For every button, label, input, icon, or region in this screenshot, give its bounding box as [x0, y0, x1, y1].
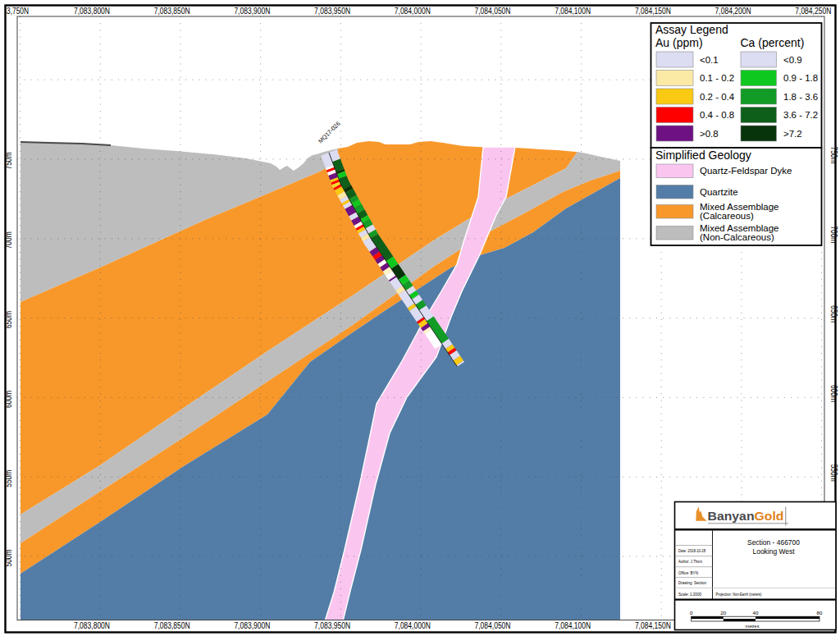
svg-text:700m: 700m: [829, 226, 838, 243]
svg-text:7,084,000N: 7,084,000N: [395, 7, 431, 16]
svg-text:750m: 750m: [4, 153, 13, 170]
svg-text:7,084,000N: 7,084,000N: [395, 621, 431, 630]
svg-text:7,083,950N: 7,083,950N: [314, 7, 350, 16]
svg-text:7,083,800N: 7,083,800N: [74, 7, 110, 16]
svg-text:(Non-Calcareous): (Non-Calcareous): [700, 232, 774, 242]
svg-text:Assay Legend: Assay Legend: [655, 23, 728, 36]
svg-text:7,083,900N: 7,083,900N: [234, 621, 270, 630]
svg-text:7,084,150N: 7,084,150N: [635, 621, 671, 630]
svg-text:Looking West: Looking West: [753, 547, 795, 556]
svg-text:7,084,200N: 7,084,200N: [715, 7, 751, 16]
svg-text:Section - 466700: Section - 466700: [747, 538, 800, 547]
svg-text:Scale: 1:2000: Scale: 1:2000: [678, 592, 701, 597]
svg-text:>0.8: >0.8: [700, 129, 719, 139]
svg-text:BanyanGold: BanyanGold: [708, 510, 784, 523]
svg-text:3.6 - 7.2: 3.6 - 7.2: [783, 110, 818, 120]
svg-text:7,084,250N: 7,084,250N: [795, 7, 831, 16]
svg-text:Office: BYN: Office: BYN: [678, 570, 698, 575]
svg-text:1.8 - 3.6: 1.8 - 3.6: [783, 92, 818, 102]
svg-text:7,083,950N: 7,083,950N: [314, 621, 350, 630]
svg-text:<0.1: <0.1: [700, 55, 719, 65]
svg-text:0.1 - 0.2: 0.1 - 0.2: [700, 73, 734, 83]
svg-text:600m: 600m: [829, 385, 838, 402]
svg-text:Simplified Geology: Simplified Geology: [655, 149, 751, 162]
svg-text:550m: 550m: [4, 470, 13, 487]
svg-text:>7.2: >7.2: [783, 129, 802, 139]
svg-text:(Calcareous): (Calcareous): [700, 211, 754, 221]
svg-text:Drawing: Section: Drawing: Section: [678, 580, 706, 585]
svg-text:700m: 700m: [4, 231, 13, 249]
svg-text:7,084,100N: 7,084,100N: [555, 7, 591, 16]
svg-text:7,084,150N: 7,084,150N: [635, 7, 671, 16]
svg-text:metres: metres: [746, 623, 760, 629]
svg-text:7,083,800N: 7,083,800N: [74, 621, 110, 630]
svg-text:Ca (percent): Ca (percent): [741, 36, 805, 49]
svg-text:750m: 750m: [829, 147, 838, 164]
svg-text:Date: 2018-10-28: Date: 2018-10-28: [678, 548, 705, 553]
svg-text:7,083,900N: 7,083,900N: [234, 7, 270, 16]
svg-text:600m: 600m: [4, 391, 13, 408]
svg-text:7,084,050N: 7,084,050N: [475, 621, 511, 630]
svg-text:Au (ppm): Au (ppm): [655, 36, 703, 49]
svg-text:7,083,850N: 7,083,850N: [154, 621, 190, 630]
svg-text:40: 40: [753, 610, 759, 615]
svg-text:550m: 550m: [829, 464, 838, 482]
svg-text:0.9 - 1.8: 0.9 - 1.8: [783, 73, 818, 83]
svg-text:650m: 650m: [4, 311, 13, 328]
svg-text:20: 20: [720, 610, 726, 615]
svg-text:Quartz-Feldspar Dyke: Quartz-Feldspar Dyke: [700, 166, 792, 176]
svg-text:7,083,850N: 7,083,850N: [154, 7, 190, 16]
svg-text:Quartzite: Quartzite: [700, 187, 738, 197]
svg-text:3,750N: 3,750N: [7, 7, 29, 16]
svg-text:Author: J.Thom: Author: J.Thom: [678, 559, 702, 564]
svg-text:500m: 500m: [4, 550, 13, 567]
svg-text:0: 0: [690, 610, 693, 615]
svg-text:0.2 - 0.4: 0.2 - 0.4: [700, 92, 735, 102]
svg-text:7,084,100N: 7,084,100N: [555, 621, 591, 630]
svg-text:80: 80: [817, 610, 823, 615]
svg-text:650m: 650m: [829, 305, 838, 323]
svg-text:0.4 - 0.8: 0.4 - 0.8: [700, 110, 734, 120]
svg-text:<0.9: <0.9: [783, 55, 802, 65]
svg-text:7,084,050N: 7,084,050N: [475, 7, 511, 16]
svg-text:Projection: Non-Earth (meters): Projection: Non-Earth (meters): [716, 592, 762, 597]
